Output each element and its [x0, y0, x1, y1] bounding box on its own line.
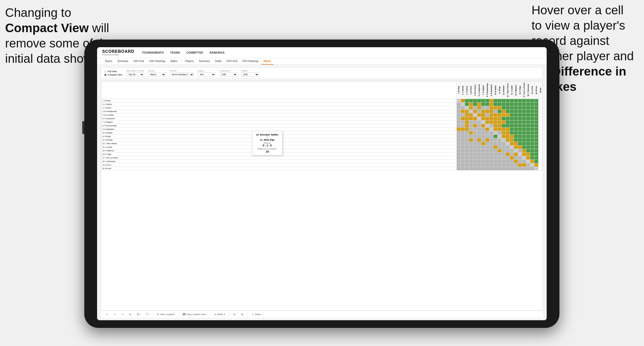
- matrix-cell[interactable]: [534, 117, 538, 120]
- matrix-cell[interactable]: [481, 110, 485, 113]
- matrix-cell[interactable]: [477, 117, 481, 120]
- zoom-button[interactable]: ⊕: [128, 313, 133, 316]
- matrix-cell[interactable]: [530, 103, 534, 106]
- matrix-cell[interactable]: [481, 120, 485, 124]
- matrix-cell[interactable]: [530, 163, 534, 167]
- matrix-cell[interactable]: [494, 163, 498, 167]
- matrix-cell[interactable]: [457, 117, 461, 120]
- matrix-cell[interactable]: [518, 117, 522, 120]
- matrix-cell[interactable]: [526, 167, 530, 170]
- matrix-cell[interactable]: [498, 145, 502, 149]
- matrix-cell[interactable]: [518, 106, 522, 110]
- matrix-cell[interactable]: [485, 110, 489, 113]
- tab-matrix2[interactable]: Matrix: [261, 58, 274, 65]
- matrix-cell[interactable]: [457, 145, 461, 149]
- matrix-cell[interactable]: [526, 117, 530, 120]
- matrix-cell[interactable]: [473, 138, 477, 142]
- matrix-cell[interactable]: [526, 103, 530, 106]
- matrix-cell[interactable]: [494, 103, 498, 106]
- matrix-cell[interactable]: [469, 128, 473, 131]
- matrix-cell[interactable]: [534, 106, 538, 110]
- matrix-cell[interactable]: [457, 110, 461, 113]
- matrix-cell[interactable]: [534, 167, 538, 170]
- matrix-cell[interactable]: [518, 103, 522, 106]
- matrix-cell[interactable]: [473, 153, 477, 156]
- info-button[interactable]: ⓘ: [145, 312, 150, 316]
- matrix-cell[interactable]: [473, 167, 477, 170]
- matrix-cell[interactable]: [506, 99, 510, 103]
- matrix-cell[interactable]: [514, 106, 518, 110]
- matrix-cell[interactable]: [510, 149, 514, 153]
- matrix-cell[interactable]: [502, 124, 506, 128]
- matrix-cell[interactable]: [498, 167, 502, 170]
- matrix-cell[interactable]: [526, 113, 530, 117]
- matrix-cell[interactable]: [510, 135, 514, 138]
- matrix-cell[interactable]: [469, 124, 473, 128]
- matrix-cell[interactable]: [477, 153, 481, 156]
- nav-teams[interactable]: TEAMS: [170, 51, 180, 54]
- matrix-cell[interactable]: [473, 156, 477, 160]
- matrix-cell[interactable]: [465, 156, 469, 160]
- matrix-cell[interactable]: [534, 110, 538, 113]
- matrix-cell[interactable]: [477, 124, 481, 128]
- tab-detail[interactable]: Detail: [212, 58, 224, 65]
- matrix-cell[interactable]: [461, 131, 465, 135]
- matrix-cell[interactable]: [534, 145, 538, 149]
- matrix-cell[interactable]: [538, 145, 543, 149]
- matrix-cell[interactable]: [510, 99, 514, 103]
- matrix-cell[interactable]: [510, 113, 514, 117]
- matrix-cell[interactable]: [457, 153, 461, 156]
- matrix-cell[interactable]: [526, 135, 530, 138]
- region-select[interactable]: N/A: [198, 72, 216, 77]
- matrix-cell[interactable]: [489, 124, 494, 128]
- tab-h2h-heatmap1[interactable]: H2H Heatmap: [147, 58, 168, 65]
- matrix-cell[interactable]: [498, 110, 502, 113]
- matrix-cell[interactable]: [510, 131, 514, 135]
- matrix-cell[interactable]: [465, 124, 469, 128]
- matrix-cell[interactable]: [510, 138, 514, 142]
- matrix-cell[interactable]: [518, 135, 522, 138]
- matrix-cell[interactable]: [465, 160, 469, 163]
- matrix-cell[interactable]: [465, 106, 469, 110]
- matrix-cell[interactable]: [485, 153, 489, 156]
- matrix-cell[interactable]: [534, 160, 538, 163]
- matrix-cell[interactable]: [481, 113, 485, 117]
- matrix-cell[interactable]: [489, 113, 494, 117]
- matrix-cell[interactable]: [465, 113, 469, 117]
- matrix-cell[interactable]: [461, 110, 465, 113]
- matrix-cell[interactable]: [514, 160, 518, 163]
- matrix-cell[interactable]: [465, 163, 469, 167]
- matrix-cell[interactable]: [526, 160, 530, 163]
- matrix-cell[interactable]: [538, 124, 543, 128]
- matrix-cell[interactable]: [465, 131, 469, 135]
- matrix-cell[interactable]: [489, 149, 494, 153]
- matrix-cell[interactable]: [465, 145, 469, 149]
- matrix-cell[interactable]: [457, 120, 461, 124]
- matrix-cell[interactable]: [477, 128, 481, 131]
- matrix-cell[interactable]: [477, 113, 481, 117]
- matrix-cell[interactable]: [481, 128, 485, 131]
- matrix-cell[interactable]: [514, 167, 518, 170]
- matrix-cell[interactable]: [465, 153, 469, 156]
- matrix-cell[interactable]: [502, 128, 506, 131]
- matrix-cell[interactable]: [457, 131, 461, 135]
- matrix-cell[interactable]: [518, 113, 522, 117]
- matrix-cell[interactable]: [469, 113, 473, 117]
- matrix-cell[interactable]: [498, 160, 502, 163]
- matrix-cell[interactable]: [514, 124, 518, 128]
- matrix-cell[interactable]: [526, 138, 530, 142]
- matrix-cell[interactable]: [530, 153, 534, 156]
- matrix-cell[interactable]: [526, 149, 530, 153]
- matrix-cell[interactable]: [514, 138, 518, 142]
- matrix-cell[interactable]: [502, 110, 506, 113]
- matrix-cell[interactable]: [465, 110, 469, 113]
- matrix-cell[interactable]: [510, 142, 514, 145]
- matrix-cell[interactable]: [494, 110, 498, 113]
- matrix-cell[interactable]: [534, 142, 538, 145]
- matrix-cell[interactable]: [481, 145, 485, 149]
- matrix-cell[interactable]: [514, 142, 518, 145]
- matrix-cell[interactable]: [510, 128, 514, 131]
- matrix-cell[interactable]: [518, 160, 522, 163]
- matrix-cell[interactable]: [498, 142, 502, 145]
- matrix-cell[interactable]: [522, 128, 526, 131]
